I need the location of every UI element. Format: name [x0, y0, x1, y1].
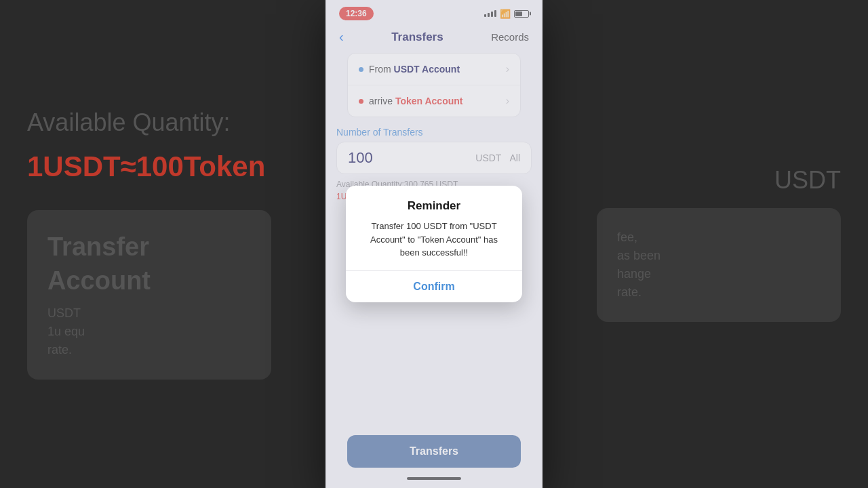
- modal-content: Reminder Transfer 100 USDT from "USDT Ac…: [346, 186, 522, 270]
- modal-overlay: Reminder Transfer 100 USDT from "USDT Ac…: [326, 0, 542, 488]
- background-left: Available Quantity: 1USDT≈100Token Trans…: [0, 0, 326, 488]
- phone-frame: 12:36 📶 ‹ Transfers Records: [326, 0, 542, 488]
- bg-right-title: USDT: [774, 166, 841, 195]
- confirm-button[interactable]: Confirm: [346, 271, 522, 302]
- bg-left-title: Available Quantity:: [27, 108, 231, 137]
- bg-left-rate: 1USDT≈100Token: [27, 150, 265, 183]
- bg-right-card: fee,as beenhangerate.: [597, 208, 841, 322]
- modal-dialog: Reminder Transfer 100 USDT from "USDT Ac…: [346, 186, 522, 302]
- modal-message: Transfer 100 USDT from "USDT Account" to…: [359, 220, 509, 260]
- bg-right-card-text: fee,as beenhangerate.: [617, 228, 821, 302]
- bg-left-card: Transfer Account USDT1u equrate.: [27, 210, 271, 380]
- bg-left-card-title: Transfer Account: [47, 230, 251, 298]
- background-right: USDT fee,as beenhangerate.: [542, 0, 868, 488]
- modal-title: Reminder: [359, 199, 509, 213]
- bg-left-card-desc: USDT1u equrate.: [47, 304, 251, 359]
- bg-right-content: USDT fee,as beenhangerate.: [597, 166, 841, 322]
